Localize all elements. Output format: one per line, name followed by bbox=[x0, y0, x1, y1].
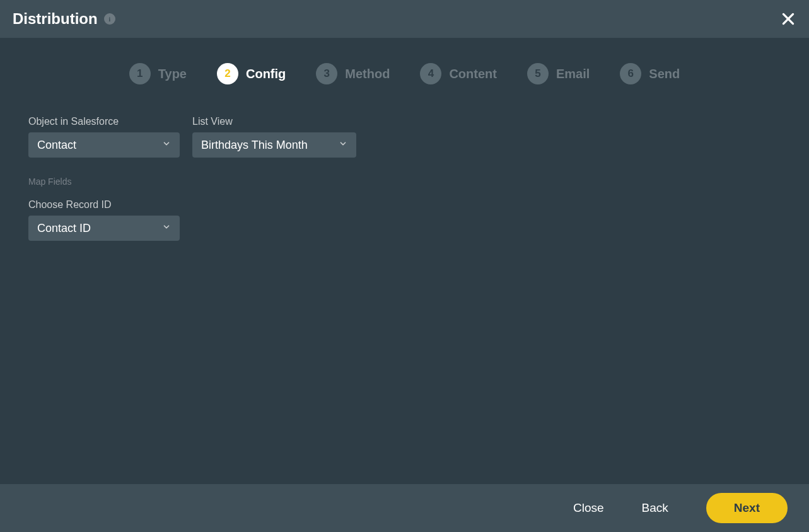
close-icon[interactable] bbox=[780, 11, 796, 27]
modal-footer: Close Back Next bbox=[0, 484, 809, 532]
object-group: Object in Salesforce Contact bbox=[28, 116, 180, 158]
form-row-bottom: Choose Record ID Contact ID bbox=[28, 199, 781, 241]
step-number: 3 bbox=[316, 63, 337, 84]
step-number: 2 bbox=[217, 63, 238, 84]
step-label: Email bbox=[556, 67, 590, 81]
step-label: Method bbox=[345, 67, 390, 81]
listview-value: Birthdays This Month bbox=[201, 139, 308, 152]
step-number: 1 bbox=[129, 63, 151, 84]
wizard-stepper: 1 Type 2 Config 3 Method 4 Content 5 Ema… bbox=[0, 38, 809, 116]
listview-select[interactable]: Birthdays This Month bbox=[192, 132, 356, 158]
step-method[interactable]: 3 Method bbox=[316, 63, 390, 84]
map-fields-label: Map Fields bbox=[28, 176, 781, 187]
recordid-select[interactable]: Contact ID bbox=[28, 216, 180, 241]
recordid-value: Contact ID bbox=[37, 222, 91, 235]
listview-label: List View bbox=[192, 116, 356, 127]
form-row-top: Object in Salesforce Contact List View B… bbox=[28, 116, 781, 158]
object-label: Object in Salesforce bbox=[28, 116, 180, 127]
step-email[interactable]: 5 Email bbox=[527, 63, 590, 84]
chevron-down-icon bbox=[339, 139, 347, 151]
info-icon[interactable]: i bbox=[104, 13, 115, 25]
step-send[interactable]: 6 Send bbox=[620, 63, 680, 84]
listview-group: List View Birthdays This Month bbox=[192, 116, 356, 158]
step-type[interactable]: 1 Type bbox=[129, 63, 187, 84]
step-config[interactable]: 2 Config bbox=[217, 63, 286, 84]
step-number: 6 bbox=[620, 63, 641, 84]
next-button[interactable]: Next bbox=[706, 493, 788, 523]
chevron-down-icon bbox=[162, 139, 171, 151]
modal-title: Distribution bbox=[13, 10, 98, 28]
step-label: Config bbox=[246, 67, 286, 81]
recordid-group: Choose Record ID Contact ID bbox=[28, 199, 180, 241]
chevron-down-icon bbox=[162, 223, 171, 234]
step-number: 5 bbox=[527, 63, 549, 84]
object-select[interactable]: Contact bbox=[28, 132, 180, 158]
step-label: Type bbox=[158, 67, 187, 81]
config-form: Object in Salesforce Contact List View B… bbox=[0, 116, 809, 241]
step-label: Content bbox=[449, 67, 497, 81]
close-button[interactable]: Close bbox=[573, 501, 604, 515]
step-content[interactable]: 4 Content bbox=[420, 63, 497, 84]
step-number: 4 bbox=[420, 63, 441, 84]
recordid-label: Choose Record ID bbox=[28, 199, 180, 211]
step-label: Send bbox=[649, 67, 680, 81]
header-title-group: Distribution i bbox=[13, 10, 115, 28]
back-button[interactable]: Back bbox=[642, 501, 668, 515]
modal-header: Distribution i bbox=[0, 0, 809, 38]
object-value: Contact bbox=[37, 139, 76, 152]
